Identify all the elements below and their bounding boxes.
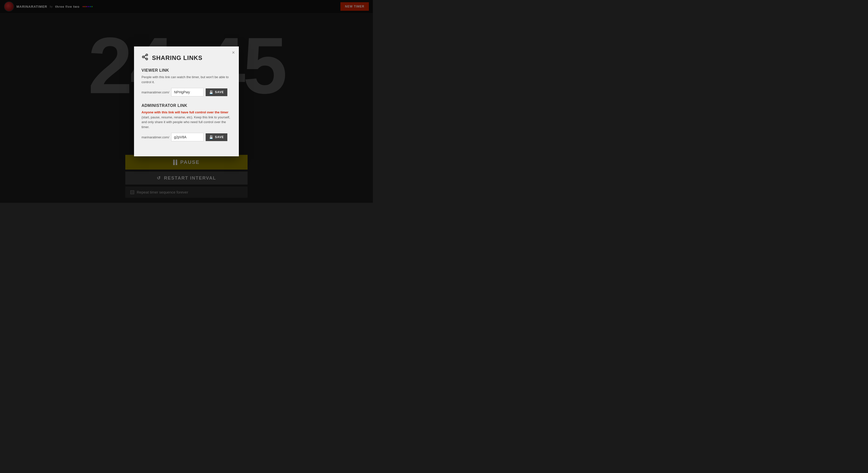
- modal-title: SHARING LINKS: [152, 54, 203, 61]
- admin-link-prefix: marinaratimer.com/: [142, 135, 169, 139]
- admin-link-row: marinaratimer.com/ 💾 SAVE: [142, 133, 231, 141]
- viewer-save-button[interactable]: 💾 SAVE: [206, 88, 227, 96]
- admin-save-label: SAVE: [215, 135, 224, 139]
- admin-warning: Anyone with this link will have full con…: [142, 110, 231, 129]
- modal-close-button[interactable]: ×: [232, 50, 235, 55]
- viewer-link-prefix: marinaratimer.com/: [142, 90, 169, 94]
- svg-line-4: [144, 55, 146, 57]
- svg-line-3: [144, 57, 146, 59]
- viewer-save-label: SAVE: [215, 90, 224, 94]
- admin-warning-bold: Anyone with this link will have full con…: [142, 110, 228, 114]
- viewer-link-section: VIEWER LINK People with this link can wa…: [142, 68, 231, 96]
- viewer-link-row: marinaratimer.com/ 💾 SAVE: [142, 88, 231, 96]
- admin-link-input[interactable]: [171, 133, 204, 141]
- admin-save-icon: 💾: [209, 135, 213, 139]
- admin-save-button[interactable]: 💾 SAVE: [206, 134, 227, 141]
- modal-header: SHARING LINKS: [142, 54, 231, 62]
- share-icon: [142, 54, 149, 62]
- modal-overlay: × SHARING LINKS VIEWER LINK People with …: [0, 0, 373, 203]
- viewer-save-icon: 💾: [209, 90, 213, 94]
- admin-link-title: ADMINISTRATOR LINK: [142, 104, 231, 108]
- admin-link-section: ADMINISTRATOR LINK Anyone with this link…: [142, 104, 231, 141]
- admin-warning-normal: (start, pause, resume, rename, etc). Kee…: [142, 115, 230, 129]
- viewer-link-input[interactable]: [171, 88, 204, 96]
- sharing-links-modal: × SHARING LINKS VIEWER LINK People with …: [134, 47, 239, 156]
- viewer-link-title: VIEWER LINK: [142, 68, 231, 73]
- viewer-link-description: People with this link can watch the time…: [142, 75, 231, 84]
